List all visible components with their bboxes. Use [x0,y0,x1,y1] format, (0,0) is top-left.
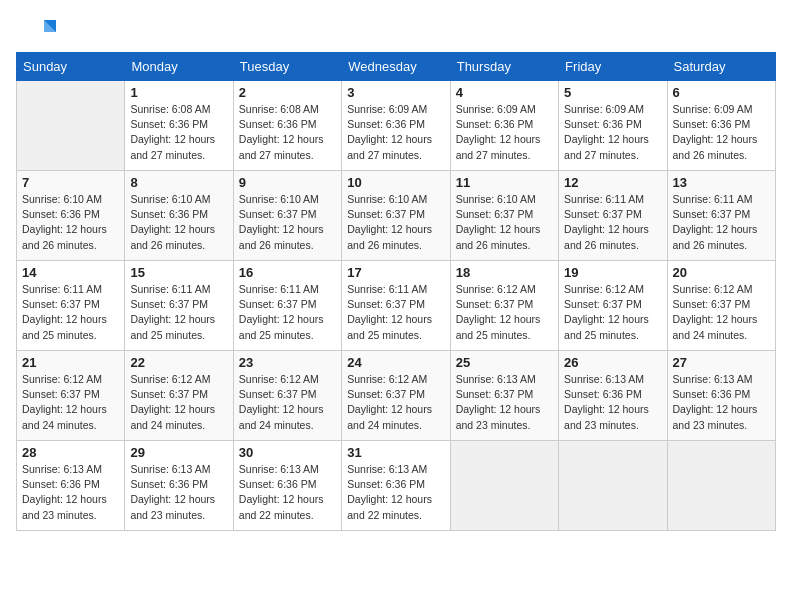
day-number: 6 [673,85,770,100]
calendar-cell: 18Sunrise: 6:12 AM Sunset: 6:37 PM Dayli… [450,261,558,351]
day-number: 7 [22,175,119,190]
day-info: Sunrise: 6:13 AM Sunset: 6:36 PM Dayligh… [130,462,227,523]
calendar-cell: 6Sunrise: 6:09 AM Sunset: 6:36 PM Daylig… [667,81,775,171]
calendar-cell: 13Sunrise: 6:11 AM Sunset: 6:37 PM Dayli… [667,171,775,261]
calendar-cell: 23Sunrise: 6:12 AM Sunset: 6:37 PM Dayli… [233,351,341,441]
calendar-cell: 2Sunrise: 6:08 AM Sunset: 6:36 PM Daylig… [233,81,341,171]
day-header-thursday: Thursday [450,53,558,81]
day-info: Sunrise: 6:11 AM Sunset: 6:37 PM Dayligh… [673,192,770,253]
day-number: 19 [564,265,661,280]
day-number: 24 [347,355,444,370]
day-info: Sunrise: 6:11 AM Sunset: 6:37 PM Dayligh… [239,282,336,343]
day-number: 11 [456,175,553,190]
day-number: 21 [22,355,119,370]
day-number: 26 [564,355,661,370]
day-number: 10 [347,175,444,190]
day-info: Sunrise: 6:13 AM Sunset: 6:36 PM Dayligh… [347,462,444,523]
day-info: Sunrise: 6:12 AM Sunset: 6:37 PM Dayligh… [22,372,119,433]
day-info: Sunrise: 6:12 AM Sunset: 6:37 PM Dayligh… [564,282,661,343]
day-header-friday: Friday [559,53,667,81]
day-header-sunday: Sunday [17,53,125,81]
day-number: 20 [673,265,770,280]
calendar-cell: 25Sunrise: 6:13 AM Sunset: 6:37 PM Dayli… [450,351,558,441]
day-number: 30 [239,445,336,460]
calendar-week-row: 1Sunrise: 6:08 AM Sunset: 6:36 PM Daylig… [17,81,776,171]
svg-marker-1 [44,20,56,32]
day-header-tuesday: Tuesday [233,53,341,81]
day-number: 31 [347,445,444,460]
calendar-cell: 21Sunrise: 6:12 AM Sunset: 6:37 PM Dayli… [17,351,125,441]
calendar-cell: 30Sunrise: 6:13 AM Sunset: 6:36 PM Dayli… [233,441,341,531]
day-info: Sunrise: 6:13 AM Sunset: 6:36 PM Dayligh… [673,372,770,433]
calendar-week-row: 21Sunrise: 6:12 AM Sunset: 6:37 PM Dayli… [17,351,776,441]
calendar-cell: 20Sunrise: 6:12 AM Sunset: 6:37 PM Dayli… [667,261,775,351]
calendar-week-row: 14Sunrise: 6:11 AM Sunset: 6:37 PM Dayli… [17,261,776,351]
day-info: Sunrise: 6:12 AM Sunset: 6:37 PM Dayligh… [347,372,444,433]
day-info: Sunrise: 6:12 AM Sunset: 6:37 PM Dayligh… [130,372,227,433]
day-number: 3 [347,85,444,100]
day-number: 8 [130,175,227,190]
day-number: 5 [564,85,661,100]
day-info: Sunrise: 6:12 AM Sunset: 6:37 PM Dayligh… [456,282,553,343]
day-header-monday: Monday [125,53,233,81]
calendar-cell: 14Sunrise: 6:11 AM Sunset: 6:37 PM Dayli… [17,261,125,351]
day-info: Sunrise: 6:09 AM Sunset: 6:36 PM Dayligh… [456,102,553,163]
day-info: Sunrise: 6:13 AM Sunset: 6:36 PM Dayligh… [564,372,661,433]
day-number: 16 [239,265,336,280]
day-info: Sunrise: 6:10 AM Sunset: 6:37 PM Dayligh… [347,192,444,253]
calendar-cell: 27Sunrise: 6:13 AM Sunset: 6:36 PM Dayli… [667,351,775,441]
day-info: Sunrise: 6:12 AM Sunset: 6:37 PM Dayligh… [239,372,336,433]
calendar-cell [17,81,125,171]
day-info: Sunrise: 6:09 AM Sunset: 6:36 PM Dayligh… [673,102,770,163]
calendar-cell: 22Sunrise: 6:12 AM Sunset: 6:37 PM Dayli… [125,351,233,441]
day-number: 14 [22,265,119,280]
day-info: Sunrise: 6:11 AM Sunset: 6:37 PM Dayligh… [347,282,444,343]
logo [16,16,58,44]
day-number: 1 [130,85,227,100]
calendar-cell [667,441,775,531]
day-info: Sunrise: 6:10 AM Sunset: 6:37 PM Dayligh… [239,192,336,253]
calendar-cell: 24Sunrise: 6:12 AM Sunset: 6:37 PM Dayli… [342,351,450,441]
calendar-cell: 26Sunrise: 6:13 AM Sunset: 6:36 PM Dayli… [559,351,667,441]
calendar-cell: 7Sunrise: 6:10 AM Sunset: 6:36 PM Daylig… [17,171,125,261]
day-number: 9 [239,175,336,190]
day-info: Sunrise: 6:12 AM Sunset: 6:37 PM Dayligh… [673,282,770,343]
logo-icon [16,16,56,44]
day-number: 4 [456,85,553,100]
day-info: Sunrise: 6:09 AM Sunset: 6:36 PM Dayligh… [564,102,661,163]
calendar-cell: 4Sunrise: 6:09 AM Sunset: 6:36 PM Daylig… [450,81,558,171]
day-info: Sunrise: 6:11 AM Sunset: 6:37 PM Dayligh… [564,192,661,253]
calendar-cell: 29Sunrise: 6:13 AM Sunset: 6:36 PM Dayli… [125,441,233,531]
day-number: 25 [456,355,553,370]
day-info: Sunrise: 6:11 AM Sunset: 6:37 PM Dayligh… [130,282,227,343]
calendar-cell: 8Sunrise: 6:10 AM Sunset: 6:36 PM Daylig… [125,171,233,261]
calendar-cell: 15Sunrise: 6:11 AM Sunset: 6:37 PM Dayli… [125,261,233,351]
day-number: 18 [456,265,553,280]
calendar-cell: 3Sunrise: 6:09 AM Sunset: 6:36 PM Daylig… [342,81,450,171]
calendar-cell: 12Sunrise: 6:11 AM Sunset: 6:37 PM Dayli… [559,171,667,261]
day-info: Sunrise: 6:09 AM Sunset: 6:36 PM Dayligh… [347,102,444,163]
calendar-cell: 10Sunrise: 6:10 AM Sunset: 6:37 PM Dayli… [342,171,450,261]
day-number: 22 [130,355,227,370]
day-info: Sunrise: 6:10 AM Sunset: 6:37 PM Dayligh… [456,192,553,253]
day-number: 17 [347,265,444,280]
day-info: Sunrise: 6:13 AM Sunset: 6:37 PM Dayligh… [456,372,553,433]
day-number: 27 [673,355,770,370]
calendar-cell [450,441,558,531]
day-info: Sunrise: 6:10 AM Sunset: 6:36 PM Dayligh… [22,192,119,253]
day-number: 28 [22,445,119,460]
calendar-cell: 5Sunrise: 6:09 AM Sunset: 6:36 PM Daylig… [559,81,667,171]
calendar-week-row: 28Sunrise: 6:13 AM Sunset: 6:36 PM Dayli… [17,441,776,531]
day-info: Sunrise: 6:13 AM Sunset: 6:36 PM Dayligh… [22,462,119,523]
day-number: 13 [673,175,770,190]
day-header-saturday: Saturday [667,53,775,81]
calendar-table: SundayMondayTuesdayWednesdayThursdayFrid… [16,52,776,531]
calendar-cell [559,441,667,531]
day-number: 2 [239,85,336,100]
calendar-cell: 31Sunrise: 6:13 AM Sunset: 6:36 PM Dayli… [342,441,450,531]
calendar-cell: 16Sunrise: 6:11 AM Sunset: 6:37 PM Dayli… [233,261,341,351]
calendar-cell: 19Sunrise: 6:12 AM Sunset: 6:37 PM Dayli… [559,261,667,351]
day-number: 23 [239,355,336,370]
calendar-cell: 28Sunrise: 6:13 AM Sunset: 6:36 PM Dayli… [17,441,125,531]
day-info: Sunrise: 6:13 AM Sunset: 6:36 PM Dayligh… [239,462,336,523]
